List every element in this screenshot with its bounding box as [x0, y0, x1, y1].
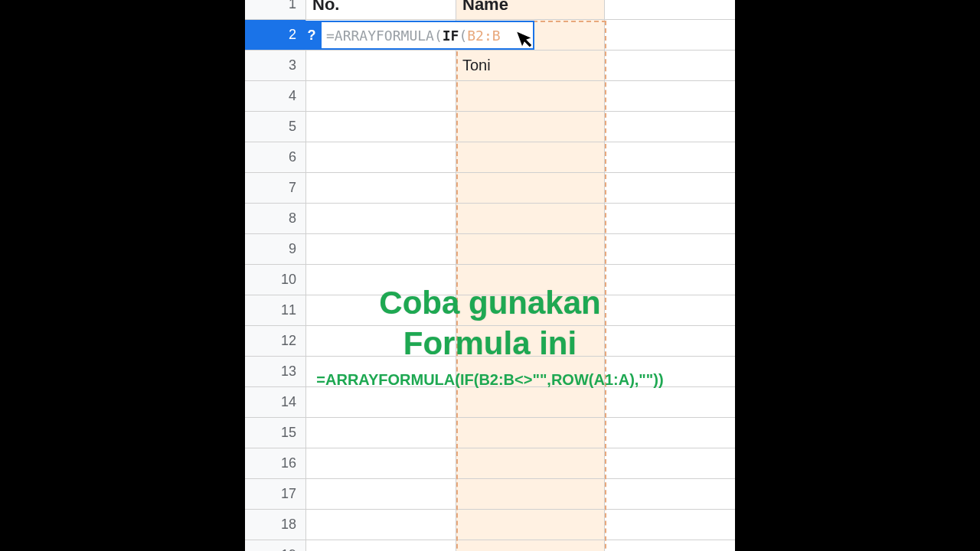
row-9: 9 — [245, 233, 735, 264]
row-header-9[interactable]: 9 — [245, 234, 306, 264]
grid[interactable]: 1 No. Name 2 3 Toni 4 5 6 7 8 9 10 11 12… — [245, 0, 735, 551]
row-1: 1 No. Name — [245, 0, 735, 19]
cell-b1[interactable]: Name — [456, 0, 605, 19]
cell-a17[interactable] — [306, 479, 456, 509]
cell-c2[interactable] — [605, 20, 735, 50]
row-header-4[interactable]: 4 — [245, 81, 306, 111]
row-6: 6 — [245, 142, 735, 172]
formula-fn-arrayformula: ARRAYFORMULA — [335, 28, 434, 44]
formula-fn-if: IF — [443, 28, 459, 44]
cell-b15[interactable] — [456, 418, 605, 448]
cell-a6[interactable] — [306, 142, 456, 172]
formula-input[interactable]: = ARRAYFORMULA ( IF ( B2:B — [320, 21, 534, 50]
formula-paren1: ( — [434, 28, 443, 44]
row-header-8[interactable]: 8 — [245, 204, 306, 233]
cell-b8[interactable] — [456, 204, 605, 233]
row-header-2[interactable]: 2 — [245, 20, 306, 50]
row-17: 17 — [245, 478, 735, 509]
row-7: 7 — [245, 172, 735, 203]
formula-paren2: ( — [459, 28, 467, 44]
cell-b6[interactable] — [456, 142, 605, 172]
row-header-14[interactable]: 14 — [245, 387, 306, 417]
cell-a15[interactable] — [306, 418, 456, 448]
cell-a16[interactable] — [306, 448, 456, 478]
cell-b19[interactable] — [456, 540, 605, 551]
row-header-19[interactable]: 19 — [245, 540, 306, 551]
overlay-title-line1: Coba gunakan — [245, 283, 735, 324]
row-15: 15 — [245, 417, 735, 448]
formula-eq: = — [326, 28, 335, 44]
cell-a9[interactable] — [306, 234, 456, 264]
formula-editor[interactable]: ? = ARRAYFORMULA ( IF ( B2:B — [303, 21, 534, 50]
cell-a14[interactable] — [306, 387, 456, 417]
cell-b7[interactable] — [456, 173, 605, 203]
row-14: 14 — [245, 386, 735, 417]
cell-b9[interactable] — [456, 234, 605, 264]
cell-b14[interactable] — [456, 387, 605, 417]
row-header-18[interactable]: 18 — [245, 510, 306, 540]
cell-a3[interactable] — [306, 51, 456, 80]
cell-b17[interactable] — [456, 479, 605, 509]
cell-b18[interactable] — [456, 510, 605, 540]
row-3: 3 Toni — [245, 50, 735, 80]
row-header-17[interactable]: 17 — [245, 479, 306, 509]
spreadsheet-window: 1 No. Name 2 3 Toni 4 5 6 7 8 9 10 11 12… — [245, 0, 735, 551]
cell-c1[interactable] — [605, 0, 735, 19]
cell-a1[interactable]: No. — [306, 0, 456, 19]
cell-a7[interactable] — [306, 173, 456, 203]
row-header-1[interactable]: 1 — [245, 0, 306, 19]
row-header-16[interactable]: 16 — [245, 448, 306, 478]
cell-a8[interactable] — [306, 204, 456, 233]
row-header-15[interactable]: 15 — [245, 418, 306, 448]
row-header-3[interactable]: 3 — [245, 51, 306, 80]
row-4: 4 — [245, 80, 735, 111]
row-8: 8 — [245, 203, 735, 233]
tutorial-overlay: Coba gunakan Formula ini =ARRAYFORMULA(I… — [245, 283, 735, 389]
formula-range: B2:B — [467, 28, 500, 44]
cell-a18[interactable] — [306, 510, 456, 540]
row-19: 19 — [245, 540, 735, 551]
cell-a4[interactable] — [306, 81, 456, 111]
row-5: 5 — [245, 111, 735, 142]
overlay-title-line2: Formula ini — [245, 324, 735, 364]
row-header-6[interactable]: 6 — [245, 142, 306, 172]
cell-a19[interactable] — [306, 540, 456, 551]
overlay-formula-text: =ARRAYFORMULA(IF(B2:B<>"",ROW(A1:A),"")) — [245, 371, 735, 389]
cell-b16[interactable] — [456, 448, 605, 478]
row-18: 18 — [245, 509, 735, 540]
formula-help-icon[interactable]: ? — [303, 21, 320, 50]
row-header-7[interactable]: 7 — [245, 173, 306, 203]
cell-c3[interactable] — [605, 51, 735, 80]
cell-b4[interactable] — [456, 81, 605, 111]
row-16: 16 — [245, 448, 735, 478]
row-header-5[interactable]: 5 — [245, 112, 306, 142]
cell-b5[interactable] — [456, 112, 605, 142]
cell-a5[interactable] — [306, 112, 456, 142]
